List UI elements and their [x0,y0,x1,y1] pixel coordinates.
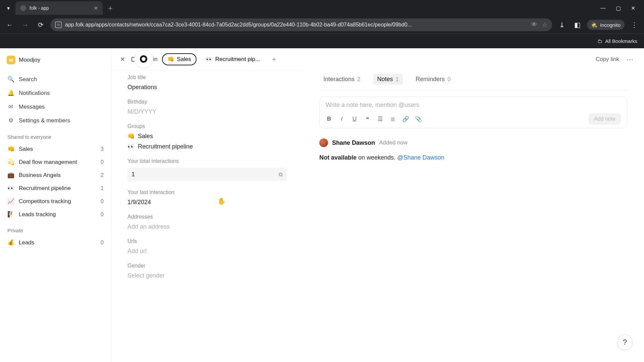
nav-settings[interactable]: ⚙Settings & members [3,114,108,127]
incognito-label: Incognito [600,22,621,28]
sidebar-item-competitors[interactable]: 📈Competitors tracking0 [3,195,108,208]
browser-tab[interactable]: folk - app ✕ [15,1,103,15]
attach-icon[interactable]: 📎 [415,116,422,123]
workspace-switcher[interactable]: M Moodjoy [3,53,108,67]
view-pill-recruitment[interactable]: 👀Recruitment pip... [201,54,265,65]
field-gender[interactable]: Gender Select gender [127,263,286,279]
add-note-button[interactable]: Add note [589,113,621,125]
nav-notifications[interactable]: 🔔Notifications [3,86,108,100]
field-groups[interactable]: Groups 👊Sales 👀Recruitment pipeline [127,123,286,150]
number-list-icon[interactable]: ≣ [389,116,396,123]
bold-icon[interactable]: B [326,116,332,122]
group-emoji: 💫 [7,159,14,166]
sidebar-item-recruitment[interactable]: 👀Recruitment pipeline1 [3,182,108,195]
tab-count: 2 [357,76,360,83]
maximize-icon[interactable]: ▢ [616,5,621,11]
sidebar-item-sales[interactable]: 👊Sales3 [3,142,108,156]
note-editor[interactable]: B I U ❝ ☰ ≣ 🔗 📎 Add note [319,97,627,128]
field-addresses[interactable]: Addresses Add an address [127,214,286,230]
site-info-icon[interactable]: ⧉ [55,21,62,28]
group-count: 0 [101,198,104,204]
help-fab[interactable]: ? [617,335,633,350]
new-tab-button[interactable]: ＋ [105,2,116,14]
activity-tabs: Interactions2 Notes1 Reminders0 [313,70,634,90]
copy-icon[interactable]: ⧉ [279,172,282,178]
field-placeholder: Select gender [127,272,286,279]
back-button[interactable]: ← [4,19,15,31]
bookmark-star-icon[interactable]: ☆ [542,21,547,28]
sidebar-item-leads[interactable]: 💰Leads0 [3,236,108,249]
field-label: Addresses [127,214,286,220]
field-urls[interactable]: Urls Add url [127,238,286,255]
eye-off-icon[interactable]: 👁 [531,21,537,28]
bullet-list-icon[interactable]: ☰ [377,116,383,123]
sidebar-item-leads-tracking[interactable]: 🧗Leads tracking0 [3,208,108,221]
close-tab-icon[interactable]: ✕ [94,5,98,11]
group-label: Sales [19,146,96,153]
field-value-row[interactable]: 1 ⧉ [127,168,286,181]
tab-reminders[interactable]: Reminders0 [412,74,455,85]
tab-count: 0 [447,76,450,83]
editor-toolbar: B I U ❝ ☰ ≣ 🔗 📎 Add note [326,113,621,125]
tab-label: Notes [377,76,393,83]
nav-messages[interactable]: ✉Messages [3,100,108,114]
minimize-icon[interactable]: — [600,5,606,11]
underline-icon[interactable]: U [351,116,358,122]
tab-strip: ▾ folk - app ✕ ＋ — ▢ ✕ [0,0,644,16]
field-birthday[interactable]: Birthday M/D/YYYY [127,99,286,115]
downloads-icon[interactable]: ⤓ [556,19,568,31]
group-emoji: 💼 [7,172,14,179]
folder-icon: 🗀 [597,38,602,44]
all-bookmarks-button[interactable]: 🗀 All Bookmarks [597,38,637,44]
reload-button[interactable]: ⟳ [35,19,46,31]
field-label: Urls [127,238,286,244]
quote-icon[interactable]: ❝ [364,116,371,123]
add-view-button[interactable]: ＋ [269,55,279,64]
forward-button[interactable]: → [19,19,31,31]
view-pill-sales[interactable]: 👊Sales [162,53,197,65]
italic-icon[interactable]: I [338,116,345,122]
group-emoji: 🧗 [7,211,14,218]
more-menu-icon[interactable]: ⋯ [627,55,634,63]
nav-search[interactable]: 🔍Search [3,72,108,86]
tab-label: Reminders [416,76,445,83]
group-count: 3 [101,146,104,152]
pill-label: Sales [177,56,191,63]
group-emoji: 👀 [7,185,14,192]
field-last-interaction[interactable]: Your last interaction 1/9/2024 [127,189,286,206]
contact-detail-pane: ✕ View in 👊Sales 👀Recruitment pip... ＋ J… [111,48,303,362]
note-body: Not available on weekends. @Shane Dawson [319,153,627,162]
tab-search-icon[interactable]: ▾ [3,2,14,14]
sidebar-item-deal-flow[interactable]: 💫Deal flow management0 [3,156,108,169]
close-panel-button[interactable]: ✕ [118,55,127,64]
note-mention[interactable]: @Shane Dawson [397,154,444,161]
tab-interactions[interactable]: Interactions2 [319,74,365,85]
workspace-logo: M [7,56,15,64]
group-chip-recruitment[interactable]: 👀Recruitment pipeline [127,143,286,150]
link-icon[interactable]: 🔗 [402,116,409,123]
sidepanel-icon[interactable]: ◧ [572,19,583,31]
group-count: 0 [101,159,104,165]
group-chip-sales[interactable]: 👊Sales [127,133,286,140]
note-header: Shane Dawson Added now [319,138,627,147]
note-input[interactable] [326,102,621,109]
field-total-interactions[interactable]: Your total interactions 1 ⧉ ✋ [127,158,286,181]
tab-notes[interactable]: Notes1 [373,74,403,85]
sidebar-item-business-angels[interactable]: 💼Business Angels2 [3,169,108,182]
contact-fields[interactable]: Job title Operations Birthday M/D/YYYY G… [111,70,303,362]
browser-menu-icon[interactable]: ⋮ [629,19,640,31]
field-job-title[interactable]: Job title Operations [127,74,286,91]
tab-count: 1 [396,76,399,83]
copy-link-button[interactable]: Copy link [596,56,619,63]
sidebar: M Moodjoy 🔍Search 🔔Notifications ✉Messag… [0,48,111,362]
group-count: 1 [101,185,104,191]
close-window-icon[interactable]: ✕ [631,5,635,11]
incognito-badge[interactable]: 🕵️ Incognito [587,20,625,30]
section-shared: Shared to everyone [3,127,108,142]
address-bar[interactable]: ⧉ app.folk.app/apps/contacts/network/cca… [50,18,552,31]
bookmarks-bar: 🗀 All Bookmarks [0,34,644,48]
group-count: 2 [101,172,104,178]
bell-icon: 🔔 [7,89,14,97]
message-icon: ✉ [7,103,14,110]
field-value: Operations [127,84,286,91]
